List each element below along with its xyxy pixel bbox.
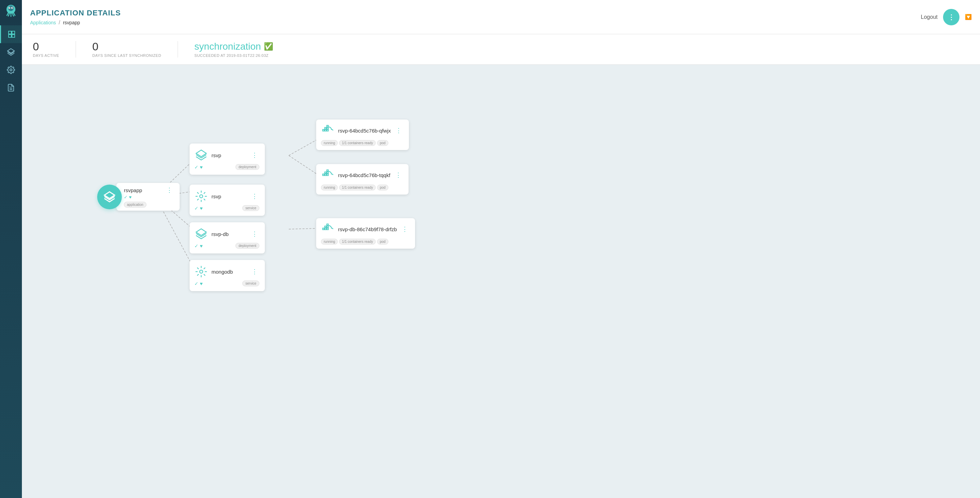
canvas-area: rsvpapp ⋮ ✓ ♥ application (22, 65, 980, 498)
service-check-icon: ✓ (194, 206, 199, 211)
sync-check-icon: ✅ (264, 42, 273, 51)
mongodb-icon (194, 265, 208, 278)
svg-point-23 (200, 195, 203, 198)
sync-label: synchronization (194, 41, 261, 52)
svg-rect-33 (325, 174, 326, 176)
app-logo[interactable] (0, 0, 22, 22)
pod1-label: rsvp-64bcd5c76b-qfwjx (338, 128, 391, 134)
page-title: APPLICATION DETAILS (30, 8, 972, 18)
svg-line-19 (289, 155, 316, 174)
settings-icon (7, 66, 15, 74)
pod3-badge-running: running (321, 239, 338, 244)
rsvp-deployment-menu-button[interactable]: ⋮ (250, 152, 259, 158)
mongodb-menu-button[interactable]: ⋮ (250, 268, 259, 275)
docker-icon-2 (321, 168, 335, 182)
rsvp-db-label: rsvp-db (212, 231, 247, 237)
days-sync-value: 0 (92, 41, 161, 52)
service-heart-icon: ♥ (200, 206, 202, 211)
app-node-menu-button[interactable]: ⋮ (165, 187, 174, 193)
connection-lines (22, 65, 980, 498)
pod1-menu-button[interactable]: ⋮ (394, 128, 403, 134)
svg-rect-43 (327, 224, 328, 226)
app-node-label: rsvpapp (124, 187, 142, 193)
sidebar-item-apps[interactable] (0, 26, 22, 43)
sidebar-item-layers[interactable] (0, 43, 22, 61)
svg-rect-8 (8, 35, 11, 37)
svg-rect-32 (323, 174, 325, 176)
stats-bar: 0 DAYS ACTIVE 0 DAYS SINCE LAST SYNCHRON… (22, 34, 980, 65)
svg-rect-30 (327, 128, 328, 129)
pod2-badge-type: pod (377, 185, 388, 190)
app-layers-icon (103, 191, 116, 203)
pod-node-1[interactable]: rsvp-64bcd5c76b-qfwjx ⋮ running 1/1 cont… (316, 120, 409, 150)
main-content: APPLICATION DETAILS Applications / rsvpa… (22, 0, 980, 498)
pod1-badge-containers: 1/1 containers ready (339, 140, 376, 146)
header-actions: Logout ⋮ 🔽 (921, 9, 972, 26)
days-sync-label: DAYS SINCE LAST SYNCHRONIZED (92, 53, 161, 57)
svg-rect-41 (325, 226, 326, 228)
header: APPLICATION DETAILS Applications / rsvpa… (22, 0, 980, 34)
svg-rect-31 (327, 125, 328, 127)
svg-rect-29 (325, 128, 326, 129)
app-node-card[interactable]: rsvpapp ⋮ ✓ ♥ application (116, 183, 180, 211)
breadcrumb: Applications / rsvpapp (30, 19, 972, 26)
rsvp-service-menu-button[interactable]: ⋮ (250, 193, 259, 200)
docs-icon (7, 83, 15, 92)
breadcrumb-parent[interactable]: Applications (30, 20, 56, 26)
svg-rect-9 (12, 35, 15, 37)
db-heart-icon: ♥ (200, 243, 202, 249)
days-active-value: 0 (33, 41, 59, 52)
filter-icon: 🔽 (965, 14, 972, 20)
pod-node-3[interactable]: rsvp-db-86c74b9f78-drfzb ⋮ running 1/1 c… (316, 218, 415, 249)
pod2-menu-button[interactable]: ⋮ (394, 172, 403, 178)
logo-icon (4, 4, 18, 18)
svg-rect-34 (327, 174, 328, 176)
breadcrumb-separator: / (59, 19, 60, 26)
svg-rect-28 (327, 129, 328, 131)
app-node-circle[interactable] (97, 185, 122, 209)
sync-subtitle: SUCCEEDED AT 2019-03-01T22:26:03Z (194, 53, 273, 57)
service-icon (194, 189, 208, 203)
svg-rect-39 (325, 228, 326, 230)
mongodb-heart-icon: ♥ (200, 281, 202, 286)
layers-icon (7, 48, 15, 56)
pod3-badge-type: pod (377, 239, 388, 244)
node-heart-icon: ♥ (200, 164, 202, 170)
action-menu-button[interactable]: ⋮ (943, 9, 959, 26)
sidebar-item-settings[interactable] (0, 61, 22, 79)
pod2-label: rsvp-64bcd5c76b-tqqkf (338, 172, 390, 178)
logout-button[interactable]: Logout (921, 14, 937, 20)
rsvp-service-badge: service (242, 205, 259, 211)
svg-point-4 (10, 8, 11, 8)
docker-icon-1 (321, 124, 335, 137)
svg-rect-35 (325, 172, 326, 174)
app-type-badge: application (124, 202, 146, 208)
rsvp-service-label: rsvp (212, 193, 247, 200)
pod1-badge-type: pod (377, 140, 388, 146)
node-rsvp-service[interactable]: rsvp ⋮ ✓ ♥ service (189, 185, 265, 216)
mongodb-badge: service (242, 281, 259, 286)
svg-rect-38 (323, 228, 325, 230)
rsvp-deployment-label: rsvp (212, 152, 247, 158)
cube-icon-db (194, 227, 208, 241)
svg-line-18 (289, 140, 316, 155)
svg-rect-26 (323, 129, 325, 131)
cube-icon-deployment (194, 148, 208, 162)
docker-icon-3 (321, 222, 335, 236)
svg-point-5 (12, 8, 13, 8)
node-rsvp-deployment[interactable]: rsvp ⋮ ✓ ♥ deployment (189, 144, 265, 175)
sync-status: synchronization ✅ SUCCEEDED AT 2019-03-0… (194, 41, 273, 57)
node-check-icon: ✓ (194, 164, 199, 170)
pod3-badge-containers: 1/1 containers ready (339, 239, 376, 244)
svg-point-25 (200, 270, 203, 273)
rsvp-db-menu-button[interactable]: ⋮ (250, 231, 259, 237)
filter-button[interactable]: 🔽 (965, 14, 972, 20)
mongodb-label: mongodb (212, 269, 247, 275)
node-rsvp-db[interactable]: rsvp-db ⋮ ✓ ♥ deployment (189, 222, 265, 254)
svg-rect-40 (327, 228, 328, 230)
pod1-badge-running: running (321, 140, 338, 146)
pod3-menu-button[interactable]: ⋮ (400, 226, 410, 232)
node-mongodb[interactable]: mongodb ⋮ ✓ ♥ service (189, 260, 265, 291)
pod-node-2[interactable]: rsvp-64bcd5c76b-tqqkf ⋮ running 1/1 cont… (316, 164, 409, 195)
sidebar-item-docs[interactable] (0, 79, 22, 97)
